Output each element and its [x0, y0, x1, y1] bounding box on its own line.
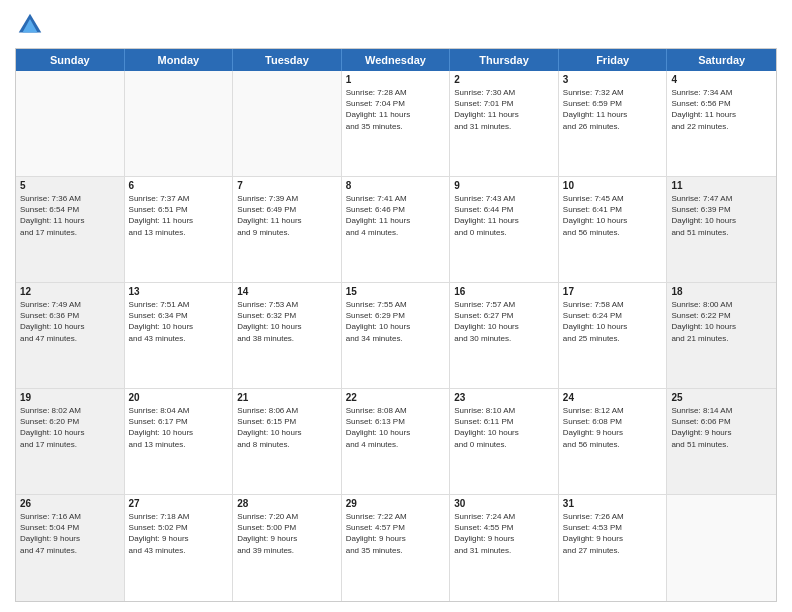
calendar-cell: 1Sunrise: 7:28 AM Sunset: 7:04 PM Daylig…	[342, 71, 451, 176]
calendar-row: 19Sunrise: 8:02 AM Sunset: 6:20 PM Dayli…	[16, 389, 776, 495]
page-container: SundayMondayTuesdayWednesdayThursdayFrid…	[0, 0, 792, 612]
day-info: Sunrise: 7:49 AM Sunset: 6:36 PM Dayligh…	[20, 299, 120, 344]
day-number: 9	[454, 180, 554, 191]
day-info: Sunrise: 7:36 AM Sunset: 6:54 PM Dayligh…	[20, 193, 120, 238]
day-number: 29	[346, 498, 446, 509]
day-number: 3	[563, 74, 663, 85]
calendar-row: 5Sunrise: 7:36 AM Sunset: 6:54 PM Daylig…	[16, 177, 776, 283]
calendar-cell: 3Sunrise: 7:32 AM Sunset: 6:59 PM Daylig…	[559, 71, 668, 176]
calendar-row: 1Sunrise: 7:28 AM Sunset: 7:04 PM Daylig…	[16, 71, 776, 177]
day-info: Sunrise: 7:58 AM Sunset: 6:24 PM Dayligh…	[563, 299, 663, 344]
day-number: 17	[563, 286, 663, 297]
day-number: 4	[671, 74, 772, 85]
calendar-cell: 28Sunrise: 7:20 AM Sunset: 5:00 PM Dayli…	[233, 495, 342, 601]
logo-icon	[15, 10, 45, 40]
calendar-cell: 24Sunrise: 8:12 AM Sunset: 6:08 PM Dayli…	[559, 389, 668, 494]
day-info: Sunrise: 8:08 AM Sunset: 6:13 PM Dayligh…	[346, 405, 446, 450]
calendar-body: 1Sunrise: 7:28 AM Sunset: 7:04 PM Daylig…	[16, 71, 776, 601]
calendar-cell: 11Sunrise: 7:47 AM Sunset: 6:39 PM Dayli…	[667, 177, 776, 282]
calendar-cell: 23Sunrise: 8:10 AM Sunset: 6:11 PM Dayli…	[450, 389, 559, 494]
day-info: Sunrise: 7:34 AM Sunset: 6:56 PM Dayligh…	[671, 87, 772, 132]
day-info: Sunrise: 7:32 AM Sunset: 6:59 PM Dayligh…	[563, 87, 663, 132]
logo	[15, 10, 49, 40]
day-info: Sunrise: 7:20 AM Sunset: 5:00 PM Dayligh…	[237, 511, 337, 556]
calendar-cell: 10Sunrise: 7:45 AM Sunset: 6:41 PM Dayli…	[559, 177, 668, 282]
day-info: Sunrise: 8:06 AM Sunset: 6:15 PM Dayligh…	[237, 405, 337, 450]
calendar-cell	[233, 71, 342, 176]
calendar-cell: 13Sunrise: 7:51 AM Sunset: 6:34 PM Dayli…	[125, 283, 234, 388]
day-number: 1	[346, 74, 446, 85]
day-number: 10	[563, 180, 663, 191]
day-info: Sunrise: 8:00 AM Sunset: 6:22 PM Dayligh…	[671, 299, 772, 344]
weekday-header: Monday	[125, 49, 234, 71]
calendar-cell	[16, 71, 125, 176]
day-number: 14	[237, 286, 337, 297]
calendar-row: 12Sunrise: 7:49 AM Sunset: 6:36 PM Dayli…	[16, 283, 776, 389]
day-number: 5	[20, 180, 120, 191]
weekday-header: Thursday	[450, 49, 559, 71]
calendar-cell: 27Sunrise: 7:18 AM Sunset: 5:02 PM Dayli…	[125, 495, 234, 601]
day-number: 25	[671, 392, 772, 403]
calendar-cell: 8Sunrise: 7:41 AM Sunset: 6:46 PM Daylig…	[342, 177, 451, 282]
day-info: Sunrise: 7:18 AM Sunset: 5:02 PM Dayligh…	[129, 511, 229, 556]
day-number: 19	[20, 392, 120, 403]
calendar-cell: 31Sunrise: 7:26 AM Sunset: 4:53 PM Dayli…	[559, 495, 668, 601]
day-number: 21	[237, 392, 337, 403]
weekday-header: Saturday	[667, 49, 776, 71]
weekday-header: Wednesday	[342, 49, 451, 71]
day-number: 20	[129, 392, 229, 403]
day-info: Sunrise: 7:47 AM Sunset: 6:39 PM Dayligh…	[671, 193, 772, 238]
calendar-cell: 4Sunrise: 7:34 AM Sunset: 6:56 PM Daylig…	[667, 71, 776, 176]
day-info: Sunrise: 8:14 AM Sunset: 6:06 PM Dayligh…	[671, 405, 772, 450]
calendar-cell: 17Sunrise: 7:58 AM Sunset: 6:24 PM Dayli…	[559, 283, 668, 388]
day-number: 8	[346, 180, 446, 191]
day-number: 22	[346, 392, 446, 403]
weekday-header: Tuesday	[233, 49, 342, 71]
day-number: 7	[237, 180, 337, 191]
day-number: 15	[346, 286, 446, 297]
calendar-header: SundayMondayTuesdayWednesdayThursdayFrid…	[16, 49, 776, 71]
day-number: 30	[454, 498, 554, 509]
calendar-cell: 21Sunrise: 8:06 AM Sunset: 6:15 PM Dayli…	[233, 389, 342, 494]
day-info: Sunrise: 7:28 AM Sunset: 7:04 PM Dayligh…	[346, 87, 446, 132]
day-info: Sunrise: 8:02 AM Sunset: 6:20 PM Dayligh…	[20, 405, 120, 450]
day-info: Sunrise: 7:43 AM Sunset: 6:44 PM Dayligh…	[454, 193, 554, 238]
day-info: Sunrise: 7:39 AM Sunset: 6:49 PM Dayligh…	[237, 193, 337, 238]
day-info: Sunrise: 7:37 AM Sunset: 6:51 PM Dayligh…	[129, 193, 229, 238]
day-info: Sunrise: 8:04 AM Sunset: 6:17 PM Dayligh…	[129, 405, 229, 450]
day-info: Sunrise: 7:26 AM Sunset: 4:53 PM Dayligh…	[563, 511, 663, 556]
calendar-cell: 22Sunrise: 8:08 AM Sunset: 6:13 PM Dayli…	[342, 389, 451, 494]
day-number: 11	[671, 180, 772, 191]
day-number: 16	[454, 286, 554, 297]
calendar-cell: 6Sunrise: 7:37 AM Sunset: 6:51 PM Daylig…	[125, 177, 234, 282]
day-number: 26	[20, 498, 120, 509]
header	[15, 10, 777, 40]
day-info: Sunrise: 7:30 AM Sunset: 7:01 PM Dayligh…	[454, 87, 554, 132]
day-info: Sunrise: 7:16 AM Sunset: 5:04 PM Dayligh…	[20, 511, 120, 556]
calendar-cell: 15Sunrise: 7:55 AM Sunset: 6:29 PM Dayli…	[342, 283, 451, 388]
day-info: Sunrise: 7:53 AM Sunset: 6:32 PM Dayligh…	[237, 299, 337, 344]
calendar-cell: 16Sunrise: 7:57 AM Sunset: 6:27 PM Dayli…	[450, 283, 559, 388]
calendar-cell: 30Sunrise: 7:24 AM Sunset: 4:55 PM Dayli…	[450, 495, 559, 601]
calendar-cell: 18Sunrise: 8:00 AM Sunset: 6:22 PM Dayli…	[667, 283, 776, 388]
calendar-cell: 26Sunrise: 7:16 AM Sunset: 5:04 PM Dayli…	[16, 495, 125, 601]
day-info: Sunrise: 8:10 AM Sunset: 6:11 PM Dayligh…	[454, 405, 554, 450]
day-number: 6	[129, 180, 229, 191]
day-info: Sunrise: 7:55 AM Sunset: 6:29 PM Dayligh…	[346, 299, 446, 344]
day-number: 13	[129, 286, 229, 297]
calendar-cell: 7Sunrise: 7:39 AM Sunset: 6:49 PM Daylig…	[233, 177, 342, 282]
calendar-cell: 20Sunrise: 8:04 AM Sunset: 6:17 PM Dayli…	[125, 389, 234, 494]
calendar-row: 26Sunrise: 7:16 AM Sunset: 5:04 PM Dayli…	[16, 495, 776, 601]
calendar-cell	[125, 71, 234, 176]
calendar-cell: 12Sunrise: 7:49 AM Sunset: 6:36 PM Dayli…	[16, 283, 125, 388]
calendar-cell: 9Sunrise: 7:43 AM Sunset: 6:44 PM Daylig…	[450, 177, 559, 282]
calendar-cell: 25Sunrise: 8:14 AM Sunset: 6:06 PM Dayli…	[667, 389, 776, 494]
day-info: Sunrise: 7:41 AM Sunset: 6:46 PM Dayligh…	[346, 193, 446, 238]
calendar-cell: 29Sunrise: 7:22 AM Sunset: 4:57 PM Dayli…	[342, 495, 451, 601]
calendar-cell: 2Sunrise: 7:30 AM Sunset: 7:01 PM Daylig…	[450, 71, 559, 176]
day-number: 27	[129, 498, 229, 509]
day-number: 31	[563, 498, 663, 509]
calendar: SundayMondayTuesdayWednesdayThursdayFrid…	[15, 48, 777, 602]
day-number: 24	[563, 392, 663, 403]
calendar-cell	[667, 495, 776, 601]
